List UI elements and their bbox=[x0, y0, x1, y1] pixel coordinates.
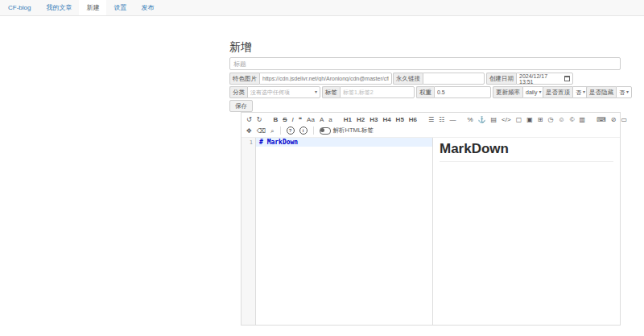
ucwords-icon[interactable]: Aa bbox=[304, 114, 317, 125]
preformatted-text-icon[interactable]: ▢ bbox=[514, 114, 525, 125]
link-icon[interactable]: % bbox=[464, 114, 475, 125]
search-icon[interactable]: ⌕ bbox=[268, 126, 276, 136]
goto-line-icon[interactable]: ⌨ bbox=[594, 114, 609, 125]
h4-icon[interactable]: H4 bbox=[380, 114, 393, 125]
preview-icon[interactable]: ▭ bbox=[618, 114, 630, 125]
featured-image-label: 特色图片 bbox=[229, 73, 259, 85]
featured-image-input[interactable] bbox=[259, 73, 392, 85]
update-freq-group: 更新频率 daily ▾ bbox=[493, 86, 541, 98]
parse-html-toggle[interactable]: 解析HTML标签 bbox=[317, 127, 376, 135]
h2-icon[interactable]: H2 bbox=[354, 114, 367, 125]
help-icon[interactable]: ? bbox=[287, 127, 295, 135]
tags-group: 标签 bbox=[322, 86, 415, 98]
is-hidden-select[interactable]: 否 ▾ bbox=[616, 86, 632, 98]
table-icon[interactable]: ⊞ bbox=[535, 114, 546, 125]
lowercase-icon[interactable]: a bbox=[326, 114, 334, 125]
is-top-group: 是否置顶 否 ▾ bbox=[543, 86, 584, 98]
featured-image-group: 特色图片 bbox=[229, 73, 392, 85]
chevron-down-icon: ▾ bbox=[315, 87, 317, 97]
code-area[interactable]: # MarkDown bbox=[256, 138, 432, 325]
code-line: # MarkDown bbox=[256, 139, 298, 146]
update-freq-label: 更新频率 bbox=[493, 86, 522, 98]
reference-link-icon[interactable]: ⚓ bbox=[476, 114, 489, 125]
nav-item-3[interactable]: 发布 bbox=[134, 0, 161, 15]
tags-label: 标签 bbox=[322, 86, 340, 98]
weight-group: 权重 bbox=[416, 86, 491, 98]
navbar-brand[interactable]: CF-blog bbox=[0, 0, 39, 15]
calendar-icon[interactable] bbox=[564, 76, 570, 81]
toolbar-separator bbox=[313, 127, 314, 135]
clear-icon[interactable]: ⌫ bbox=[254, 126, 268, 136]
hr-icon[interactable]: — bbox=[447, 114, 458, 125]
preview-heading: MarkDown bbox=[440, 141, 613, 162]
category-select[interactable]: 没有选中任何项 ▾ bbox=[247, 86, 320, 98]
create-date-value: 2024/12/17 13:51 bbox=[519, 73, 562, 85]
permalink-group: 永久链接 bbox=[393, 73, 485, 85]
code-icon[interactable]: </> bbox=[499, 114, 514, 125]
permalink-label: 永久链接 bbox=[393, 73, 423, 85]
save-button[interactable]: 保存 bbox=[229, 100, 253, 112]
emoji-icon[interactable]: ☺ bbox=[555, 114, 567, 125]
fullscreen-icon[interactable]: ✥ bbox=[244, 126, 254, 136]
h6-icon[interactable]: H6 bbox=[407, 114, 419, 125]
update-freq-select[interactable]: daily ▾ bbox=[522, 86, 544, 98]
redo-icon[interactable]: ↻ bbox=[254, 114, 265, 125]
category-group: 分类 没有选中任何项 ▾ bbox=[229, 86, 320, 98]
list-ol-icon[interactable]: ☷ bbox=[436, 114, 447, 125]
strikethrough-icon[interactable]: S bbox=[280, 114, 289, 125]
active-line: # MarkDown bbox=[256, 138, 432, 147]
parse-html-label: 解析HTML标签 bbox=[333, 127, 374, 135]
toolbar-row-2: ✥⌫⌕?i 解析HTML标签 bbox=[244, 125, 617, 136]
editor-toolbar: ↺↻BSI❝AaAaH1H2H3H4H5H6☰☷—%⚓▤</>▢▣⊞◷☺©▥⌨⊘… bbox=[242, 113, 620, 138]
chevron-down-icon: ▾ bbox=[539, 87, 541, 97]
is-hidden-label: 是否隐藏 bbox=[586, 86, 616, 98]
tags-input[interactable] bbox=[340, 86, 415, 98]
navbar: CF-blog 我的文章新建设置发布 bbox=[0, 0, 644, 16]
bold-icon[interactable]: B bbox=[270, 114, 280, 125]
editor-body: 1 # MarkDown MarkDown bbox=[242, 138, 620, 325]
italic-icon[interactable]: I bbox=[290, 114, 296, 125]
line-number-gutter: 1 bbox=[242, 138, 256, 325]
create-date-label: 创建日期 bbox=[486, 73, 516, 85]
watch-icon[interactable]: ⊘ bbox=[609, 114, 619, 125]
quote-icon[interactable]: ❝ bbox=[296, 114, 304, 125]
uppercase-icon[interactable]: A bbox=[317, 114, 326, 125]
nav-item-0[interactable]: 我的文章 bbox=[39, 0, 79, 15]
weight-label: 权重 bbox=[416, 86, 434, 98]
is-hidden-value: 否 bbox=[619, 87, 625, 97]
is-top-label: 是否置顶 bbox=[543, 86, 572, 98]
nav-item-1[interactable]: 新建 bbox=[79, 0, 106, 15]
html-entities-icon[interactable]: © bbox=[568, 114, 577, 125]
h5-icon[interactable]: H5 bbox=[394, 114, 407, 125]
line-number: 1 bbox=[250, 139, 253, 146]
code-block-icon[interactable]: ▣ bbox=[524, 114, 535, 125]
datetime-icon[interactable]: ◷ bbox=[546, 114, 556, 125]
toolbar-separator bbox=[280, 127, 281, 135]
h1-icon[interactable]: H1 bbox=[341, 114, 354, 125]
preview-pane: MarkDown bbox=[432, 138, 620, 325]
category-value: 没有选中任何项 bbox=[250, 87, 290, 97]
page-title: 新增 bbox=[229, 40, 252, 55]
image-icon[interactable]: ▤ bbox=[489, 114, 500, 125]
create-date-group: 创建日期 2024/12/17 13:51 bbox=[486, 73, 573, 85]
is-top-value: 否 bbox=[576, 87, 581, 97]
form-row-2: 分类 没有选中任何项 ▾ 标签 权重 更新频率 daily ▾ bbox=[229, 86, 628, 98]
toggle-icon bbox=[320, 127, 331, 135]
list-ul-icon[interactable]: ☰ bbox=[426, 114, 436, 125]
pagebreak-icon[interactable]: ▥ bbox=[577, 114, 588, 125]
undo-icon[interactable]: ↺ bbox=[244, 114, 254, 125]
title-input[interactable] bbox=[229, 57, 621, 70]
weight-input[interactable] bbox=[434, 86, 491, 98]
chevron-down-icon: ▾ bbox=[626, 87, 629, 97]
chevron-down-icon: ▾ bbox=[583, 87, 585, 97]
update-freq-value: daily bbox=[526, 87, 537, 97]
toolbar-row-1: ↺↻BSI❝AaAaH1H2H3H4H5H6☰☷—%⚓▤</>▢▣⊞◷☺©▥⌨⊘… bbox=[244, 114, 617, 125]
h3-icon[interactable]: H3 bbox=[367, 114, 380, 125]
app-window: CF-blog 我的文章新建设置发布 新增 特色图片 永久链接 创建日期 202… bbox=[0, 0, 644, 336]
info-icon[interactable]: i bbox=[299, 127, 308, 135]
nav-item-2[interactable]: 设置 bbox=[106, 0, 134, 15]
create-date-input[interactable]: 2024/12/17 13:51 bbox=[516, 73, 573, 85]
category-label: 分类 bbox=[229, 86, 247, 98]
is-hidden-group: 是否隐藏 否 ▾ bbox=[586, 86, 628, 98]
permalink-input[interactable] bbox=[423, 73, 485, 85]
